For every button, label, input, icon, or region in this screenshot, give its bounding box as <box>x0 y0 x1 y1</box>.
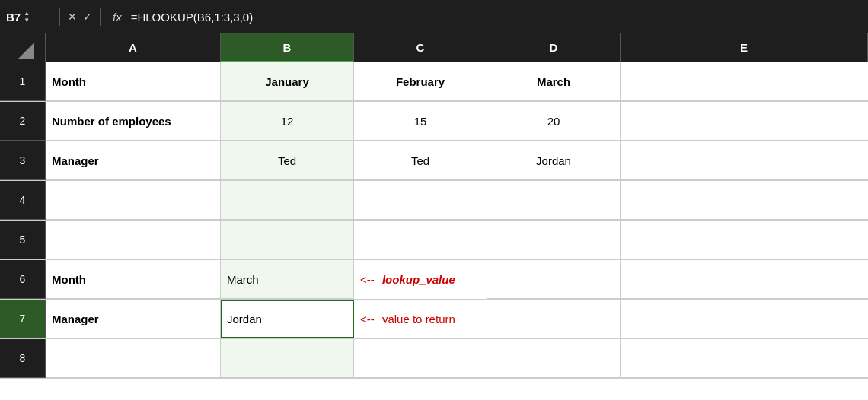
col-header-e[interactable]: E <box>621 33 868 62</box>
cell-a7[interactable]: Manager <box>46 300 221 338</box>
formula-bar-divider2 <box>100 8 101 26</box>
annotation-text-6: lookup_value <box>382 273 455 286</box>
cell-d7[interactable] <box>487 300 621 338</box>
cell-c7-annotation: <-- value to return <box>354 300 487 338</box>
cell-reference-box: B7 ▲ ▼ <box>6 11 52 24</box>
corner-cell <box>0 33 46 62</box>
cell-e2[interactable] <box>621 102 868 141</box>
cell-d4[interactable] <box>487 181 621 220</box>
formula-bar: B7 ▲ ▼ ✕ ✓ fx <box>0 0 868 33</box>
table-row: 8 <box>0 339 868 379</box>
table-row: 4 <box>0 181 868 221</box>
row-number-7: 7 <box>0 300 46 338</box>
cell-c2[interactable]: 15 <box>354 102 487 141</box>
cell-c5[interactable] <box>354 221 487 259</box>
table-row: 1 Month January February March <box>0 62 868 102</box>
cell-b2[interactable]: 12 <box>221 102 354 141</box>
cell-b5[interactable] <box>221 221 354 259</box>
fx-label: fx <box>113 11 122 24</box>
cell-a5[interactable] <box>46 221 221 259</box>
corner-triangle <box>18 43 34 59</box>
formula-bar-divider <box>59 8 60 26</box>
cell-e3[interactable] <box>621 141 868 180</box>
table-row: 3 Manager Ted Ted Jordan <box>0 141 868 181</box>
confirm-icon[interactable]: ✓ <box>83 11 92 23</box>
annotation-text-7: value to return <box>382 313 455 325</box>
cell-c1[interactable]: February <box>354 62 487 101</box>
cell-a4[interactable] <box>46 181 221 220</box>
cell-d8[interactable] <box>487 339 621 378</box>
cell-b3[interactable]: Ted <box>221 141 354 180</box>
cell-e1[interactable] <box>621 62 868 101</box>
cell-d3[interactable]: Jordan <box>487 141 621 180</box>
row-number-3: 3 <box>0 141 46 180</box>
cell-a8[interactable] <box>46 339 221 378</box>
row-number-5: 5 <box>0 221 46 259</box>
cell-b7[interactable]: Jordan <box>221 300 354 338</box>
cell-c6-annotation: <-- lookup_value <box>354 260 487 299</box>
cell-e5[interactable] <box>621 221 868 259</box>
cell-e4[interactable] <box>621 181 868 220</box>
cell-b4[interactable] <box>221 181 354 220</box>
cell-d6[interactable] <box>487 260 621 299</box>
arrow-down: ▼ <box>24 17 30 24</box>
cell-c8[interactable] <box>354 339 487 378</box>
col-header-c[interactable]: C <box>354 33 487 62</box>
cell-a1[interactable]: Month <box>46 62 221 101</box>
arrow-up: ▲ <box>24 11 30 17</box>
cell-ref-arrows: ▲ ▼ <box>24 11 30 24</box>
row-number-8: 8 <box>0 339 46 378</box>
table-row: 7 Manager Jordan <-- value to return <box>0 300 868 339</box>
column-header-row: A B C D E <box>0 33 868 62</box>
cell-b1[interactable]: January <box>221 62 354 101</box>
cell-d1[interactable]: March <box>487 62 621 101</box>
formula-input[interactable] <box>131 11 862 24</box>
cell-reference-text: B7 <box>6 11 21 24</box>
col-header-d[interactable]: D <box>487 33 621 62</box>
cell-a6[interactable]: Month <box>46 260 221 299</box>
row-number-1: 1 <box>0 62 46 101</box>
cell-e8[interactable] <box>621 339 868 378</box>
col-header-b[interactable]: B <box>221 33 354 62</box>
cell-a2[interactable]: Number of employees <box>46 102 221 141</box>
formula-bar-icons: ✕ ✓ <box>68 11 92 23</box>
cell-b6[interactable]: March <box>221 260 354 299</box>
table-row: 6 Month March <-- lookup_value <box>0 260 868 300</box>
cell-c3[interactable]: Ted <box>354 141 487 180</box>
row-number-2: 2 <box>0 102 46 141</box>
table-row: 2 Number of employees 12 15 20 <box>0 102 868 141</box>
annotation-row6: <-- lookup_value <box>354 273 461 286</box>
cell-d5[interactable] <box>487 221 621 259</box>
annotation-row7: <-- value to return <box>354 313 461 325</box>
spreadsheet: A B C D E 1 Month January February March… <box>0 33 868 379</box>
row-number-6: 6 <box>0 260 46 299</box>
table-row: 5 <box>0 221 868 260</box>
cancel-icon[interactable]: ✕ <box>68 11 77 23</box>
col-header-a[interactable]: A <box>46 33 221 62</box>
cell-e6[interactable] <box>621 260 868 299</box>
annotation-arrow-7: <-- <box>360 313 378 325</box>
cell-a3[interactable]: Manager <box>46 141 221 180</box>
row-number-4: 4 <box>0 181 46 220</box>
cell-d2[interactable]: 20 <box>487 102 621 141</box>
cell-b8[interactable] <box>221 339 354 378</box>
annotation-arrow-6: <-- <box>360 273 378 286</box>
cell-c4[interactable] <box>354 181 487 220</box>
cell-e7[interactable] <box>621 300 868 338</box>
